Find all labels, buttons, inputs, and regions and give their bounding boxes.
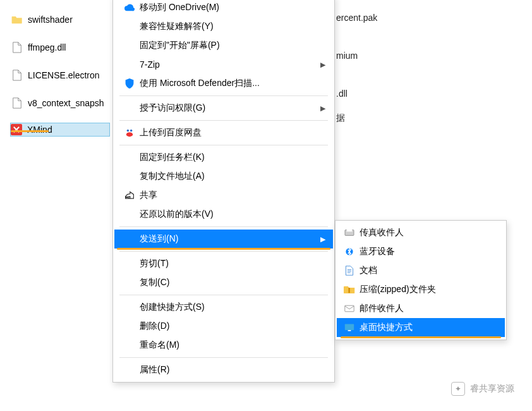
menu-label: 兼容性疑难解答(Y) xyxy=(140,21,325,32)
file-icon xyxy=(11,97,23,109)
menu-label: 剪切(T) xyxy=(140,258,325,269)
chevron-right-icon: ▶ xyxy=(318,61,325,69)
fax-icon xyxy=(342,228,357,237)
menu-restore-previous[interactable]: 还原以前的版本(V) xyxy=(114,205,333,224)
bluetooth-icon xyxy=(342,247,357,257)
submenu-zip[interactable]: 压缩(zipped)文件夹 xyxy=(337,280,505,299)
file-label: XMind xyxy=(27,125,52,135)
menu-separator xyxy=(119,357,328,358)
submenu-label: 压缩(zipped)文件夹 xyxy=(360,284,500,295)
wechat-icon: ✦ xyxy=(451,382,465,396)
bg-file: ercent.pak xyxy=(336,13,377,23)
baidu-icon xyxy=(122,128,137,137)
menu-label: 发送到(N) xyxy=(140,233,318,245)
desktop-icon xyxy=(342,323,357,332)
document-icon xyxy=(342,266,357,276)
menu-rename[interactable]: 重命名(M) xyxy=(114,336,333,355)
menu-label: 属性(R) xyxy=(140,364,325,376)
svg-rect-8 xyxy=(345,324,354,330)
menu-create-shortcut[interactable]: 创建快捷方式(S) xyxy=(114,298,333,317)
file-item-license[interactable]: LICENSE.electron xyxy=(11,68,110,82)
submenu-bluetooth[interactable]: 蓝牙设备 xyxy=(337,242,505,261)
file-item-v8context[interactable]: v8_context_snapsh xyxy=(11,96,110,110)
menu-pin-start[interactable]: 固定到"开始"屏幕(P) xyxy=(114,36,333,55)
menu-label: 上传到百度网盘 xyxy=(140,127,325,138)
svg-point-1 xyxy=(130,130,133,132)
menu-upload-baidu[interactable]: 上传到百度网盘 xyxy=(114,123,333,142)
submenu-mail[interactable]: 邮件收件人 xyxy=(337,299,505,318)
menu-defender-scan[interactable]: 使用 Microsoft Defender扫描... xyxy=(114,74,333,93)
highlight-underline xyxy=(117,248,330,250)
menu-label: 固定到"开始"屏幕(P) xyxy=(140,40,325,51)
submenu-label: 邮件收件人 xyxy=(360,303,500,314)
file-list: swiftshader ffmpeg.dll LICENSE.electron … xyxy=(11,13,110,137)
file-label: swiftshader xyxy=(28,15,73,25)
menu-label: 7-Zip xyxy=(140,59,318,70)
svg-rect-7 xyxy=(345,305,354,312)
menu-7zip[interactable]: 7-Zip ▶ xyxy=(114,55,333,74)
file-label: LICENSE.electron xyxy=(28,70,100,80)
menu-label: 授予访问权限(G) xyxy=(140,102,318,114)
svg-point-2 xyxy=(126,132,133,137)
svg-rect-4 xyxy=(347,229,353,231)
menu-send-to[interactable]: 发送到(N) ▶ xyxy=(114,230,333,248)
bg-file: 据 xyxy=(336,113,377,124)
menu-copy-path[interactable]: 复制文件地址(A) xyxy=(114,167,333,186)
file-icon xyxy=(11,42,23,53)
cloud-icon xyxy=(122,4,137,11)
file-label: ffmpeg.dll xyxy=(28,42,66,52)
menu-properties[interactable]: 属性(R) xyxy=(114,360,333,379)
menu-label: 复制(C) xyxy=(140,277,325,288)
submenu-label: 文档 xyxy=(360,265,500,276)
file-item-xmind[interactable]: XMind xyxy=(10,123,110,137)
submenu-label: 蓝牙设备 xyxy=(360,246,500,257)
watermark-text: 睿共享资源 xyxy=(470,383,514,395)
zip-icon xyxy=(342,285,357,294)
file-label: v8_context_snapsh xyxy=(28,98,104,108)
menu-label: 删除(D) xyxy=(140,321,325,332)
menu-label: 复制文件地址(A) xyxy=(140,171,325,182)
shield-icon xyxy=(122,78,137,89)
send-to-submenu: 传真收件人 蓝牙设备 文档 压缩(zipped)文件夹 邮件收件人 桌面快捷方式 xyxy=(335,220,507,340)
menu-label: 移动到 OneDrive(M) xyxy=(140,2,325,13)
chevron-right-icon: ▶ xyxy=(318,235,325,243)
menu-separator xyxy=(119,295,328,295)
bg-file: mium xyxy=(336,51,377,61)
menu-pin-taskbar[interactable]: 固定到任务栏(K) xyxy=(114,148,333,167)
file-item-swiftshader[interactable]: swiftshader xyxy=(11,13,110,27)
context-menu: 移动到 OneDrive(M) 兼容性疑难解答(Y) 固定到"开始"屏幕(P) … xyxy=(112,0,335,383)
xmind-icon xyxy=(11,124,22,135)
highlight-underline xyxy=(341,336,501,338)
menu-label: 固定到任务栏(K) xyxy=(140,152,325,163)
file-icon xyxy=(11,70,23,81)
menu-separator xyxy=(119,95,328,96)
svg-point-0 xyxy=(127,130,130,132)
menu-delete[interactable]: 删除(D) xyxy=(114,317,333,336)
submenu-documents[interactable]: 文档 xyxy=(337,261,505,280)
svg-rect-6 xyxy=(349,288,350,293)
menu-label: 重命名(M) xyxy=(140,340,325,351)
menu-separator xyxy=(119,251,328,252)
svg-rect-9 xyxy=(348,330,351,331)
menu-label: 创建快捷方式(S) xyxy=(140,302,325,313)
menu-label: 共享 xyxy=(140,190,325,201)
share-icon xyxy=(122,191,137,200)
submenu-label: 桌面快捷方式 xyxy=(360,322,500,333)
menu-copy[interactable]: 复制(C) xyxy=(114,273,333,292)
watermark: ✦ 睿共享资源 xyxy=(451,382,514,396)
menu-separator xyxy=(119,226,328,227)
bg-file-list: ercent.pak mium .dll 据 xyxy=(336,13,377,124)
menu-separator xyxy=(119,145,328,145)
chevron-right-icon: ▶ xyxy=(318,104,325,113)
folder-icon xyxy=(11,14,23,25)
menu-move-onedrive[interactable]: 移动到 OneDrive(M) xyxy=(114,0,333,17)
file-item-ffmpeg[interactable]: ffmpeg.dll xyxy=(11,40,110,54)
submenu-fax[interactable]: 传真收件人 xyxy=(337,223,505,242)
menu-grant-access[interactable]: 授予访问权限(G) ▶ xyxy=(114,99,333,118)
menu-label: 还原以前的版本(V) xyxy=(140,209,325,220)
mail-icon xyxy=(342,305,357,312)
menu-cut[interactable]: 剪切(T) xyxy=(114,254,333,273)
menu-share[interactable]: 共享 xyxy=(114,186,333,205)
submenu-desktop-shortcut[interactable]: 桌面快捷方式 xyxy=(337,318,505,337)
menu-compat-troubleshoot[interactable]: 兼容性疑难解答(Y) xyxy=(114,17,333,36)
